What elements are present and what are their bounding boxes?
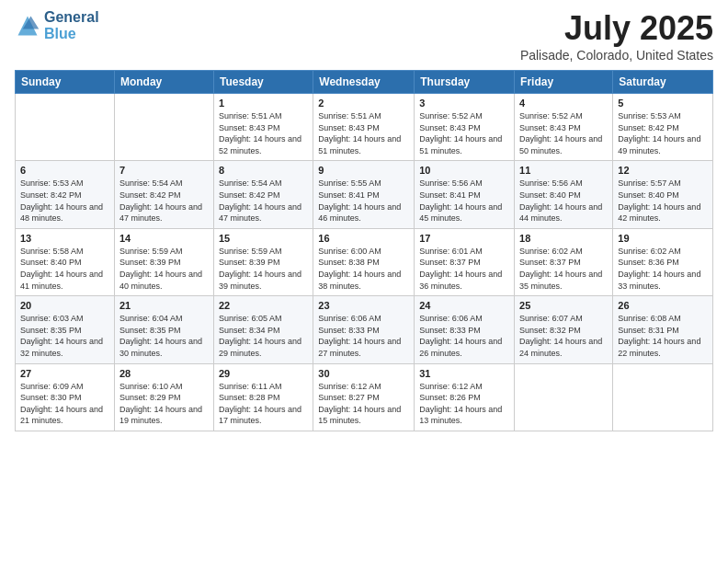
calendar-week-3: 13Sunrise: 5:58 AM Sunset: 8:40 PM Dayli… <box>16 228 713 295</box>
day-number: 31 <box>419 368 509 379</box>
calendar-day-8: 8Sunrise: 5:54 AM Sunset: 8:42 PM Daylig… <box>213 161 313 228</box>
calendar-day-25: 25Sunrise: 6:07 AM Sunset: 8:32 PM Dayli… <box>515 296 613 363</box>
day-number: 8 <box>219 165 308 176</box>
calendar-day-6: 6Sunrise: 5:53 AM Sunset: 8:42 PM Daylig… <box>16 161 115 228</box>
day-number: 3 <box>419 98 509 109</box>
col-header-monday: Monday <box>114 71 213 94</box>
day-number: 2 <box>318 98 409 109</box>
calendar-day-13: 13Sunrise: 5:58 AM Sunset: 8:40 PM Dayli… <box>16 228 115 295</box>
calendar-day-24: 24Sunrise: 6:06 AM Sunset: 8:33 PM Dayli… <box>415 296 515 363</box>
day-number: 7 <box>119 165 209 176</box>
location-title: Palisade, Colorado, United States <box>520 48 713 63</box>
calendar-day-2: 2Sunrise: 5:51 AM Sunset: 8:43 PM Daylig… <box>313 94 415 161</box>
day-info: Sunrise: 5:55 AM Sunset: 8:41 PM Dayligh… <box>318 178 409 224</box>
day-number: 13 <box>20 233 109 244</box>
calendar-week-4: 20Sunrise: 6:03 AM Sunset: 8:35 PM Dayli… <box>16 296 713 363</box>
col-header-sunday: Sunday <box>16 71 115 94</box>
day-number: 21 <box>119 300 209 311</box>
empty-cell <box>114 94 213 161</box>
day-number: 29 <box>219 368 308 379</box>
page: General Blue July 2025 Palisade, Colorad… <box>0 0 728 563</box>
header: General Blue July 2025 Palisade, Colorad… <box>15 9 713 63</box>
day-number: 15 <box>219 233 308 244</box>
logo-text: General Blue <box>44 9 99 41</box>
day-info: Sunrise: 6:10 AM Sunset: 8:29 PM Dayligh… <box>119 381 209 427</box>
day-info: Sunrise: 5:56 AM Sunset: 8:41 PM Dayligh… <box>419 178 509 224</box>
calendar-day-17: 17Sunrise: 6:01 AM Sunset: 8:37 PM Dayli… <box>415 228 515 295</box>
day-info: Sunrise: 6:12 AM Sunset: 8:26 PM Dayligh… <box>419 381 509 427</box>
calendar-header-row: SundayMondayTuesdayWednesdayThursdayFrid… <box>16 71 713 94</box>
day-number: 16 <box>318 233 409 244</box>
calendar-week-5: 27Sunrise: 6:09 AM Sunset: 8:30 PM Dayli… <box>16 363 713 431</box>
calendar-day-5: 5Sunrise: 5:53 AM Sunset: 8:42 PM Daylig… <box>613 94 713 161</box>
calendar-day-31: 31Sunrise: 6:12 AM Sunset: 8:26 PM Dayli… <box>415 363 515 431</box>
day-info: Sunrise: 6:02 AM Sunset: 8:37 PM Dayligh… <box>519 246 608 292</box>
logo-icon <box>15 13 40 39</box>
day-info: Sunrise: 6:00 AM Sunset: 8:38 PM Dayligh… <box>318 246 409 292</box>
day-number: 10 <box>419 165 509 176</box>
day-number: 11 <box>519 165 608 176</box>
day-number: 24 <box>419 300 509 311</box>
empty-cell <box>613 363 713 431</box>
day-info: Sunrise: 5:54 AM Sunset: 8:42 PM Dayligh… <box>219 178 308 224</box>
day-info: Sunrise: 5:59 AM Sunset: 8:39 PM Dayligh… <box>119 246 209 292</box>
calendar-day-15: 15Sunrise: 5:59 AM Sunset: 8:39 PM Dayli… <box>213 228 313 295</box>
day-number: 6 <box>20 165 109 176</box>
calendar-day-16: 16Sunrise: 6:00 AM Sunset: 8:38 PM Dayli… <box>313 228 415 295</box>
day-info: Sunrise: 5:59 AM Sunset: 8:39 PM Dayligh… <box>219 246 308 292</box>
calendar-day-29: 29Sunrise: 6:11 AM Sunset: 8:28 PM Dayli… <box>213 363 313 431</box>
day-number: 18 <box>519 233 608 244</box>
col-header-tuesday: Tuesday <box>213 71 313 94</box>
logo-general-text: General <box>44 9 99 26</box>
col-header-wednesday: Wednesday <box>313 71 415 94</box>
col-header-saturday: Saturday <box>613 71 713 94</box>
day-number: 22 <box>219 300 308 311</box>
day-info: Sunrise: 5:52 AM Sunset: 8:43 PM Dayligh… <box>519 110 608 156</box>
day-info: Sunrise: 5:53 AM Sunset: 8:42 PM Dayligh… <box>20 178 109 224</box>
day-number: 25 <box>519 300 608 311</box>
day-info: Sunrise: 6:09 AM Sunset: 8:30 PM Dayligh… <box>20 381 109 427</box>
day-info: Sunrise: 6:06 AM Sunset: 8:33 PM Dayligh… <box>419 313 509 359</box>
day-info: Sunrise: 5:54 AM Sunset: 8:42 PM Dayligh… <box>119 178 209 224</box>
day-info: Sunrise: 5:51 AM Sunset: 8:43 PM Dayligh… <box>318 110 409 156</box>
day-number: 1 <box>219 98 308 109</box>
calendar-day-12: 12Sunrise: 5:57 AM Sunset: 8:40 PM Dayli… <box>613 161 713 228</box>
empty-cell <box>515 363 613 431</box>
calendar-day-11: 11Sunrise: 5:56 AM Sunset: 8:40 PM Dayli… <box>515 161 613 228</box>
calendar-day-3: 3Sunrise: 5:52 AM Sunset: 8:43 PM Daylig… <box>415 94 515 161</box>
calendar-day-28: 28Sunrise: 6:10 AM Sunset: 8:29 PM Dayli… <box>114 363 213 431</box>
day-info: Sunrise: 6:07 AM Sunset: 8:32 PM Dayligh… <box>519 313 608 359</box>
title-block: July 2025 Palisade, Colorado, United Sta… <box>520 9 713 63</box>
logo: General Blue <box>15 9 99 41</box>
calendar-day-10: 10Sunrise: 5:56 AM Sunset: 8:41 PM Dayli… <box>415 161 515 228</box>
calendar-week-1: 1Sunrise: 5:51 AM Sunset: 8:43 PM Daylig… <box>16 94 713 161</box>
day-info: Sunrise: 5:57 AM Sunset: 8:40 PM Dayligh… <box>618 178 708 224</box>
day-number: 26 <box>618 300 708 311</box>
calendar-day-9: 9Sunrise: 5:55 AM Sunset: 8:41 PM Daylig… <box>313 161 415 228</box>
calendar-day-14: 14Sunrise: 5:59 AM Sunset: 8:39 PM Dayli… <box>114 228 213 295</box>
day-number: 14 <box>119 233 209 244</box>
day-number: 9 <box>318 165 409 176</box>
calendar-day-20: 20Sunrise: 6:03 AM Sunset: 8:35 PM Dayli… <box>16 296 115 363</box>
calendar-day-7: 7Sunrise: 5:54 AM Sunset: 8:42 PM Daylig… <box>114 161 213 228</box>
calendar-day-1: 1Sunrise: 5:51 AM Sunset: 8:43 PM Daylig… <box>213 94 313 161</box>
calendar-day-4: 4Sunrise: 5:52 AM Sunset: 8:43 PM Daylig… <box>515 94 613 161</box>
day-number: 17 <box>419 233 509 244</box>
col-header-friday: Friday <box>515 71 613 94</box>
day-info: Sunrise: 5:51 AM Sunset: 8:43 PM Dayligh… <box>219 110 308 156</box>
day-info: Sunrise: 6:05 AM Sunset: 8:34 PM Dayligh… <box>219 313 308 359</box>
calendar-day-21: 21Sunrise: 6:04 AM Sunset: 8:35 PM Dayli… <box>114 296 213 363</box>
calendar-day-30: 30Sunrise: 6:12 AM Sunset: 8:27 PM Dayli… <box>313 363 415 431</box>
day-number: 30 <box>318 368 409 379</box>
calendar-day-27: 27Sunrise: 6:09 AM Sunset: 8:30 PM Dayli… <box>16 363 115 431</box>
day-info: Sunrise: 5:52 AM Sunset: 8:43 PM Dayligh… <box>419 110 509 156</box>
day-info: Sunrise: 5:56 AM Sunset: 8:40 PM Dayligh… <box>519 178 608 224</box>
day-info: Sunrise: 6:01 AM Sunset: 8:37 PM Dayligh… <box>419 246 509 292</box>
day-info: Sunrise: 6:03 AM Sunset: 8:35 PM Dayligh… <box>20 313 109 359</box>
day-info: Sunrise: 6:11 AM Sunset: 8:28 PM Dayligh… <box>219 381 308 427</box>
day-number: 12 <box>618 165 708 176</box>
calendar-table: SundayMondayTuesdayWednesdayThursdayFrid… <box>15 70 713 431</box>
month-title: July 2025 <box>520 9 713 48</box>
day-number: 23 <box>318 300 409 311</box>
day-number: 4 <box>519 98 608 109</box>
